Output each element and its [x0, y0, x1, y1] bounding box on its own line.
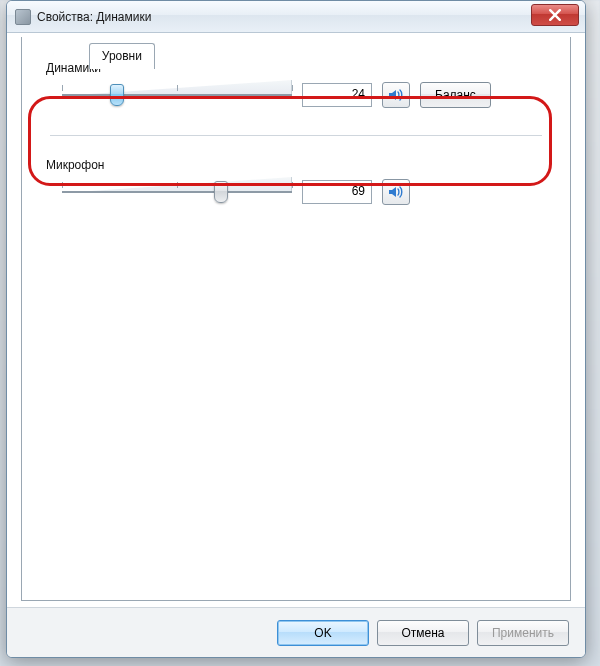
speakers-mute-button[interactable] [382, 82, 410, 108]
slider-tick [62, 85, 63, 91]
microphone-slider-thumb[interactable] [214, 181, 228, 203]
tab-levels[interactable]: Уровни [89, 43, 155, 69]
microphone-slider[interactable] [62, 176, 292, 208]
slider-tick [292, 182, 293, 188]
microphone-mute-button[interactable] [382, 179, 410, 205]
window-icon [15, 9, 31, 25]
titlebar[interactable]: Свойства: Динамики [7, 1, 585, 33]
slider-tick [177, 182, 178, 188]
microphone-row: 69 [42, 176, 550, 208]
slider-track [62, 94, 292, 96]
dialog-footer: OK Отмена Применить [7, 607, 585, 657]
slider-tick [292, 85, 293, 91]
microphone-group: Микрофон 69 [42, 158, 550, 208]
slider-tick [177, 85, 178, 91]
balance-button[interactable]: Баланс [420, 82, 491, 108]
ok-button[interactable]: OK [277, 620, 369, 646]
microphone-label: Микрофон [46, 158, 550, 172]
apply-button[interactable]: Применить [477, 620, 569, 646]
microphone-value[interactable]: 69 [302, 180, 372, 204]
slider-track [62, 191, 292, 193]
window-title: Свойства: Динамики [37, 10, 151, 24]
close-button[interactable] [531, 4, 579, 26]
speakers-slider[interactable] [62, 79, 292, 111]
speakers-slider-thumb[interactable] [110, 84, 124, 106]
divider [50, 135, 542, 136]
close-icon [549, 9, 561, 21]
speakers-value[interactable]: 24 [302, 83, 372, 107]
speaker-icon [388, 88, 404, 102]
slider-tick [62, 182, 63, 188]
levels-panel: Динамики 24 Баланс [21, 37, 571, 601]
speaker-icon [388, 185, 404, 199]
speakers-row: 24 Баланс [42, 79, 550, 111]
properties-dialog: Свойства: Динамики Общие Уровни Дополнит… [6, 0, 586, 658]
cancel-button[interactable]: Отмена [377, 620, 469, 646]
